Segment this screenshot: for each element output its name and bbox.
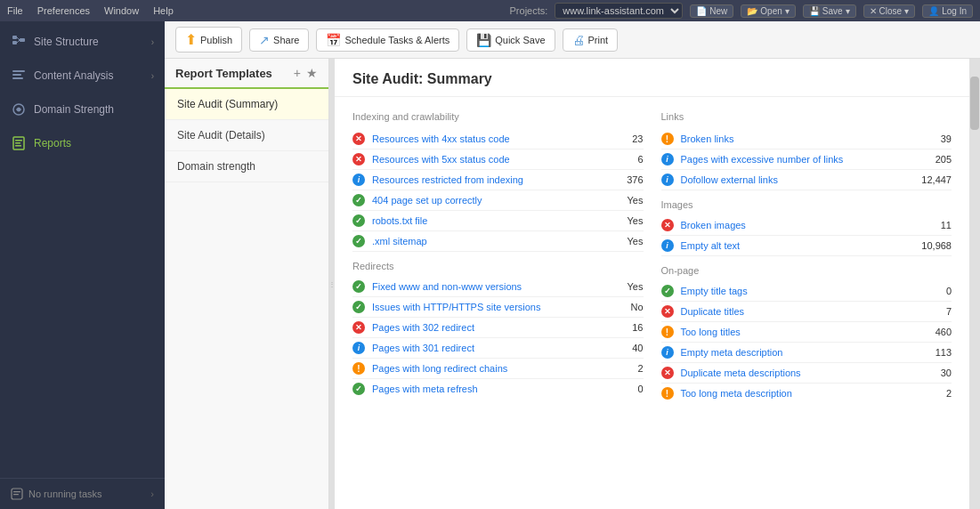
tasks-icon [11,488,23,500]
table-row: Too long meta description 2 [661,384,952,403]
row-label[interactable]: Pages with 302 redirect [372,322,608,333]
sidebar-item-reports[interactable]: Reports [0,126,165,160]
status-icon-blue [661,346,674,359]
open-button[interactable]: 📂 Open ▾ [741,4,795,18]
publish-button[interactable]: ⬆ Publish [175,27,242,53]
row-label[interactable]: robots.txt file [372,215,608,226]
template-site-audit-details[interactable]: Site Audit (Details) [165,120,328,151]
schedule-button[interactable]: 📅 Schedule Tasks & Alerts [316,28,459,52]
footer-tasks-label: No running tasks [28,489,102,499]
check-icon [355,237,362,246]
row-label[interactable]: Pages with 301 redirect [372,343,608,353]
row-label[interactable]: Empty title tags [681,286,917,296]
row-label[interactable]: Resources with 5xx status code [372,154,608,165]
report-title: Site Audit: Summary [335,59,969,97]
svg-rect-6 [12,74,21,76]
left-column: Indexing and crawlability Resources with… [352,108,644,498]
status-icon-green [352,235,365,247]
publish-icon: ⬆ [185,31,197,48]
row-label[interactable]: Too long meta description [681,388,917,399]
sidebar-item-content-analysis[interactable]: Content Analysis › [0,59,165,93]
row-label[interactable]: Pages with excessive number of links [681,154,917,165]
row-label[interactable]: Empty alt text [681,240,917,251]
project-label: Projects: [510,5,548,16]
row-value: 460 [916,327,952,337]
table-row: Resources with 5xx status code 6 [352,149,644,170]
table-row: Issues with HTTP/HTTPS site versions No [352,297,644,318]
row-label[interactable]: Broken links [681,133,917,144]
share-label: Share [273,35,299,45]
sidebar-label-domain-strength: Domain Strength [34,103,114,116]
row-label[interactable]: .xml sitemap [372,236,608,246]
report-main: Site Audit: Summary Indexing and crawlab… [335,59,969,509]
main-layout: Site Structure › Content Analysis › Doma… [0,21,980,509]
table-row: Empty title tags 0 [661,281,952,302]
star-template-icon[interactable]: ★ [306,66,318,80]
table-row: Empty meta description 113 [661,343,952,363]
status-icon-green [352,301,365,313]
toolbar: ⬆ Publish ↗ Share 📅 Schedule Tasks & Ale… [165,21,980,59]
row-label[interactable]: Dofollow external links [681,174,917,185]
sidebar-item-site-structure[interactable]: Site Structure › [0,25,165,59]
row-label[interactable]: Issues with HTTP/HTTPS site versions [372,302,608,312]
scrollbar-thumb[interactable] [970,77,979,130]
sidebar-item-domain-strength[interactable]: Domain Strength [0,93,165,126]
content-analysis-icon [11,68,27,84]
warn-icon [666,327,668,337]
status-icon-blue [661,239,674,252]
project-select[interactable]: www.link-assistant.com [555,3,683,19]
add-template-icon[interactable]: + [294,66,301,80]
info-icon [666,241,668,250]
check-icon [355,303,362,311]
quicksave-button[interactable]: 💾 Quick Save [466,28,555,52]
status-icon-green [352,194,365,206]
row-label[interactable]: Empty meta description [681,347,917,358]
menu-help[interactable]: Help [153,5,174,16]
menu-items: File Preferences Window Help [7,5,174,16]
content-area: ⬆ Publish ↗ Share 📅 Schedule Tasks & Ale… [165,21,980,509]
templates-header: Report Templates + ★ [165,59,328,89]
row-value: 30 [916,368,952,378]
check-icon [664,287,671,295]
new-button[interactable]: 📄 New [690,4,733,18]
schedule-label: Schedule Tasks & Alerts [344,35,450,45]
status-icon-blue [352,342,365,354]
share-button[interactable]: ↗ Share [249,28,309,52]
status-icon-green [661,285,674,297]
menu-file[interactable]: File [7,5,23,16]
row-label[interactable]: Resources restricted from indexing [372,174,608,185]
svg-rect-0 [12,36,17,39]
row-label[interactable]: Duplicate titles [681,306,917,317]
row-label[interactable]: Pages with long redirect chains [372,363,608,374]
row-label[interactable]: Too long titles [681,327,917,337]
login-button[interactable]: 👤 Log In [922,4,973,18]
row-label[interactable]: Broken images [681,220,917,230]
row-label[interactable]: 404 page set up correctly [372,195,608,206]
publish-label: Publish [200,35,232,45]
status-icon-red [661,367,674,379]
templates-title: Report Templates [175,67,294,80]
status-icon-orange [661,133,674,145]
template-domain-strength[interactable]: Domain strength [165,151,328,182]
row-label[interactable]: Resources with 4xx status code [372,133,608,144]
table-row: Fixed www and non-www versions Yes [352,277,644,297]
row-label[interactable]: Duplicate meta descriptions [681,368,917,378]
row-label[interactable]: Fixed www and non-www versions [372,281,608,292]
footer-chevron: › [150,489,154,499]
row-value: 40 [608,343,644,353]
menu-preferences[interactable]: Preferences [37,5,90,16]
save-button[interactable]: 💾 Save ▾ [803,4,856,18]
template-site-audit-summary[interactable]: Site Audit (Summary) [165,89,328,120]
menu-window[interactable]: Window [104,5,139,16]
row-label[interactable]: Pages with meta refresh [372,384,608,394]
row-value: Yes [608,281,644,292]
report-panel: Report Templates + ★ Site Audit (Summary… [165,59,980,509]
schedule-icon: 📅 [326,33,341,47]
print-button[interactable]: 🖨 Print [563,28,619,52]
table-row: Resources restricted from indexing 376 [352,170,644,190]
links-section-title: Links [661,111,952,122]
domain-strength-icon [11,101,27,117]
scrollbar[interactable] [969,59,980,509]
close-button[interactable]: ✕ Close ▾ [863,4,916,18]
sidebar: Site Structure › Content Analysis › Doma… [0,21,165,509]
